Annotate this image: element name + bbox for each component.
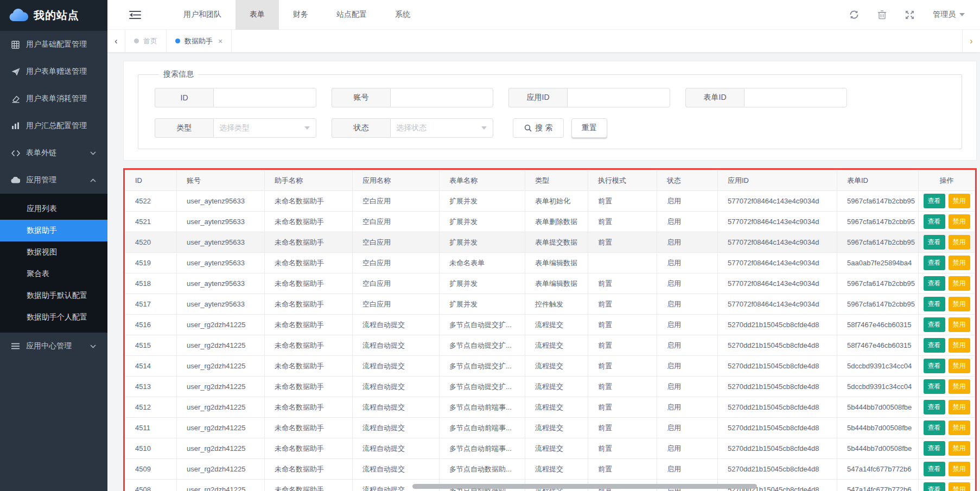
view-button[interactable]: 查看 — [924, 276, 945, 291]
sidebar-item[interactable]: 表单外链 — [0, 139, 107, 167]
view-button[interactable]: 查看 — [924, 420, 945, 435]
topnav-item[interactable]: 站点配置 — [322, 0, 381, 30]
horizontal-scrollbar-thumb[interactable] — [412, 484, 757, 489]
disable-button[interactable]: 禁用 — [949, 276, 970, 291]
cell-form: 多节点自动提交扩... — [440, 335, 525, 356]
cell-id: 4517 — [125, 294, 177, 315]
topnav-item[interactable]: 表单 — [236, 0, 279, 30]
sidebar-item[interactable]: 应用中心管理 — [0, 333, 107, 360]
disable-button[interactable]: 禁用 — [949, 420, 970, 435]
admin-menu[interactable]: 管理员 — [933, 10, 965, 20]
cell-status: 启用 — [657, 397, 718, 418]
view-button[interactable]: 查看 — [924, 482, 945, 491]
disable-button[interactable]: 禁用 — [949, 482, 970, 491]
search-field-group: ID — [155, 88, 316, 107]
cell-app_id: 5270dd21b15045cb8cfde4d8 — [718, 377, 837, 397]
column-header-app: 应用名称 — [353, 170, 440, 191]
trash-icon[interactable] — [877, 10, 887, 20]
sidebar-item[interactable]: 用户表单赠送管理 — [0, 58, 107, 85]
cell-form: 多节点自动提交扩... — [440, 377, 525, 397]
sidebar-submenu-item[interactable]: 聚合表 — [0, 263, 107, 285]
disable-button[interactable]: 禁用 — [949, 359, 970, 373]
view-button[interactable]: 查看 — [924, 338, 945, 353]
search-button[interactable]: 搜 索 — [513, 118, 564, 138]
cell-app_id: 5270dd21b15045cb8cfde4d8 — [718, 459, 837, 480]
tab[interactable]: 数据助手× — [167, 30, 232, 52]
menu-fold-icon[interactable] — [129, 10, 141, 20]
sidebar-item[interactable]: 用户汇总配置管理 — [0, 112, 107, 139]
view-button[interactable]: 查看 — [924, 214, 945, 229]
cell-form_id: 5967cfa6147b2cbb95 — [837, 294, 919, 315]
search-card: 搜索信息 ID账号应用ID表单ID 类型选择类型状态选择状态 搜 索 重置 — [123, 61, 977, 161]
disable-button[interactable]: 禁用 — [949, 297, 970, 311]
view-button[interactable]: 查看 — [924, 359, 945, 373]
sidebar-submenu-item[interactable]: 数据助手 — [0, 220, 107, 241]
reset-button[interactable]: 重置 — [571, 118, 607, 138]
actions-cell: 查看禁用 — [919, 377, 975, 397]
disable-button[interactable]: 禁用 — [949, 317, 970, 332]
search-input[interactable] — [390, 88, 493, 107]
sidebar-submenu-item[interactable]: 应用列表 — [0, 198, 107, 220]
search-input[interactable] — [744, 88, 847, 107]
refresh-icon[interactable] — [849, 10, 859, 20]
search-input[interactable] — [213, 88, 316, 107]
cell-mode: 前置 — [588, 212, 657, 232]
topnav-item[interactable]: 用户和团队 — [169, 0, 236, 30]
view-button[interactable]: 查看 — [924, 317, 945, 332]
cell-form_id: 5967cfa6147b2cbb95 — [837, 212, 919, 232]
view-button[interactable]: 查看 — [924, 441, 945, 456]
select-dropdown[interactable]: 选择状态 — [390, 118, 493, 138]
cell-type: 表单初始化 — [525, 191, 588, 212]
sidebar-item[interactable]: 应用管理 — [0, 167, 107, 194]
cell-account: user_aytenz95633 — [177, 191, 265, 212]
cell-id: 4509 — [125, 459, 177, 480]
disable-button[interactable]: 禁用 — [949, 462, 970, 476]
sidebar-item[interactable]: 用户表单消耗管理 — [0, 85, 107, 112]
view-button[interactable]: 查看 — [924, 379, 945, 394]
fullscreen-icon[interactable] — [905, 10, 914, 20]
search-row-2: 类型选择类型状态选择状态 搜 索 重置 — [155, 118, 962, 138]
table-row: 4513user_rg2dzh41225未命名数据助手流程自动提交多节点自动提交… — [125, 377, 975, 397]
view-button[interactable]: 查看 — [924, 400, 945, 415]
sidebar-submenu-item[interactable]: 数据助手默认配置 — [0, 285, 107, 307]
tab[interactable]: 首页 — [125, 30, 167, 52]
search-select-group: 状态选择状态 — [332, 118, 493, 138]
actions-cell: 查看禁用 — [919, 273, 975, 294]
cell-form: 多节点自动前端事... — [440, 397, 525, 418]
app-root: 我的站点 用户基础配置管理用户表单赠送管理用户表单消耗管理用户汇总配置管理表单外… — [0, 0, 980, 491]
table-row: 4521user_aytenz95633未命名数据助手空白应用扩展并发表单删除数… — [125, 212, 975, 232]
view-button[interactable]: 查看 — [924, 194, 945, 208]
disable-button[interactable]: 禁用 — [949, 235, 970, 250]
disable-button[interactable]: 禁用 — [949, 256, 970, 270]
close-icon[interactable]: × — [218, 37, 222, 46]
topnav-item[interactable]: 财务 — [279, 0, 322, 30]
cell-status: 启用 — [657, 191, 718, 212]
disable-button[interactable]: 禁用 — [949, 338, 970, 353]
actions-cell: 查看禁用 — [919, 294, 975, 315]
column-header-form: 表单名称 — [440, 170, 525, 191]
disable-button[interactable]: 禁用 — [949, 400, 970, 415]
sidebar-submenu-item[interactable]: 数据助手个人配置 — [0, 307, 107, 328]
cell-assistant: 未命名数据助手 — [265, 377, 353, 397]
sidebar-item[interactable]: 用户基础配置管理 — [0, 31, 107, 58]
tabs-next-button[interactable]: › — [962, 30, 980, 52]
sidebar-item-label: 用户表单消耗管理 — [26, 94, 98, 104]
disable-button[interactable]: 禁用 — [949, 214, 970, 229]
disable-button[interactable]: 禁用 — [949, 441, 970, 456]
search-input[interactable] — [567, 88, 670, 107]
disable-button[interactable]: 禁用 — [949, 379, 970, 394]
view-button[interactable]: 查看 — [924, 235, 945, 250]
tabs-prev-button[interactable]: ‹ — [107, 30, 125, 52]
disable-button[interactable]: 禁用 — [949, 194, 970, 208]
cell-assistant: 未命名数据助手 — [265, 418, 353, 438]
view-button[interactable]: 查看 — [924, 297, 945, 311]
cell-type: 流程提交 — [525, 459, 588, 480]
cell-type: 流程提交 — [525, 377, 588, 397]
view-button[interactable]: 查看 — [924, 256, 945, 270]
select-dropdown[interactable]: 选择类型 — [213, 118, 316, 138]
view-button[interactable]: 查看 — [924, 462, 945, 476]
cell-form: 扩展并发 — [440, 294, 525, 315]
cell-assistant: 未命名数据助手 — [265, 397, 353, 418]
sidebar-submenu-item[interactable]: 数据视图 — [0, 241, 107, 263]
topnav-item[interactable]: 系统 — [381, 0, 424, 30]
